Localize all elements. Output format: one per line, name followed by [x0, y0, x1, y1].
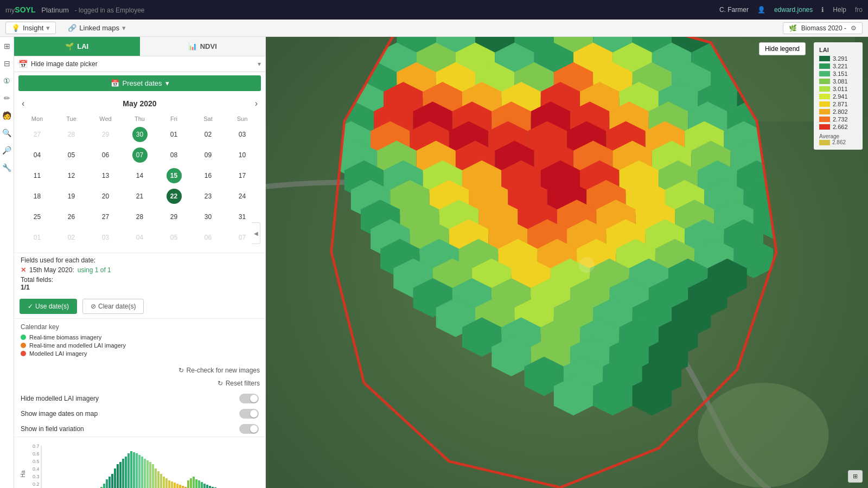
calendar-day[interactable]: 20: [98, 189, 113, 204]
toggle-switch-0[interactable]: [239, 394, 259, 403]
next-month-button[interactable]: ›: [253, 99, 260, 108]
calendar-day[interactable]: 06: [98, 147, 113, 163]
calendar-day[interactable]: 24: [235, 189, 250, 204]
calendar-weekday-header: Tue: [55, 114, 88, 124]
calendar-day[interactable]: 02: [201, 127, 216, 142]
help-label[interactable]: Help: [833, 6, 846, 14]
svg-rect-48: [119, 462, 122, 488]
calendar-day[interactable]: 17: [235, 168, 250, 183]
svg-rect-44: [108, 477, 111, 488]
calendar-day[interactable]: 02: [64, 230, 79, 245]
calendar-day[interactable]: 01: [167, 127, 182, 142]
svg-rect-65: [165, 478, 168, 488]
calendar-day[interactable]: 08: [167, 147, 182, 163]
insight-chevron-icon: ▾: [46, 24, 50, 32]
sidebar-search-icon[interactable]: 🔍: [2, 128, 12, 138]
calendar-day[interactable]: 28: [132, 209, 148, 224]
date-picker-chevron-icon[interactable]: ▾: [258, 60, 261, 68]
calendar-day[interactable]: 29: [167, 209, 182, 224]
calendar-key-item: Real-time and modelled LAI imagery: [21, 342, 259, 349]
fields-section: Fields used for each date: ✕ 15th May 20…: [14, 253, 265, 294]
calendar-day[interactable]: 30: [132, 127, 148, 142]
insight-icon: 💡: [11, 24, 20, 32]
map-background: [266, 37, 868, 488]
toggle-switch-2[interactable]: [239, 424, 259, 434]
sidebar-chart-icon[interactable]: ①: [2, 76, 12, 86]
sidebar-tools-icon[interactable]: 🔧: [2, 163, 12, 172]
calendar-day[interactable]: 19: [64, 189, 79, 204]
svg-rect-57: [144, 459, 146, 488]
calendar-day[interactable]: 27: [30, 127, 45, 142]
calendar-day[interactable]: 26: [64, 209, 79, 224]
calendar-day[interactable]: 07: [235, 230, 250, 245]
preset-dates-bar[interactable]: 📅 Preset dates ▾: [18, 75, 261, 91]
calendar-day[interactable]: 31: [235, 209, 250, 224]
clear-dates-button[interactable]: ⊘ Clear date(s): [82, 299, 144, 314]
calendar-day[interactable]: 05: [64, 147, 79, 163]
calendar-day[interactable]: 23: [201, 189, 216, 204]
map-expand-button[interactable]: ⊞: [848, 470, 863, 483]
calendar-day[interactable]: 07: [132, 147, 148, 163]
calendar-day[interactable]: 15: [167, 168, 182, 183]
user-icon: 👤: [757, 6, 765, 14]
remove-date-button[interactable]: ✕: [21, 266, 26, 274]
calendar-day[interactable]: 06: [201, 230, 216, 245]
clear-icon: ⊘: [91, 303, 96, 310]
calendar-day[interactable]: 04: [30, 147, 45, 163]
calendar-day[interactable]: 21: [132, 189, 148, 204]
field-date-text: 15th May 2020:: [29, 266, 74, 274]
toggle-switch-1[interactable]: [239, 409, 259, 419]
legend-item: 2.732: [819, 116, 857, 123]
sidebar-zoom-out-icon[interactable]: 🔎: [2, 145, 12, 155]
sidebar-pencil-icon[interactable]: ✏: [2, 93, 12, 103]
biomass-settings-icon[interactable]: ⚙: [851, 24, 857, 32]
legend-item: 3.291: [819, 55, 857, 62]
insight-button[interactable]: 💡 Insight ▾: [5, 22, 56, 34]
histogram-chart: Ha 0.7 0.6 0.5 0.4 0.3 0.2 0.1 0.0 2.0 2…: [21, 441, 259, 488]
calendar-day[interactable]: 28: [64, 127, 79, 142]
calendar-day[interactable]: 16: [201, 168, 216, 183]
calendar-day[interactable]: 01: [30, 230, 45, 245]
nav-left: mySOYL Platinum - logged in as Employee: [5, 5, 144, 14]
linked-maps-chevron-icon: ▾: [122, 24, 126, 32]
legend-average: Average 2.862: [819, 133, 857, 145]
calendar-day[interactable]: 30: [201, 209, 216, 224]
legend-title: LAI: [819, 47, 857, 53]
calendar-day[interactable]: 18: [30, 189, 45, 204]
linked-maps-button[interactable]: 🔗 Linked maps ▾: [62, 22, 131, 34]
svg-rect-42: [103, 484, 105, 488]
calendar-key-item: Modelled LAI imagery: [21, 350, 259, 357]
calendar-day[interactable]: 27: [98, 209, 113, 224]
sidebar-person-icon[interactable]: 🧑: [2, 111, 12, 120]
user-email[interactable]: edward.jones: [774, 6, 813, 14]
calendar-day[interactable]: 03: [98, 230, 113, 245]
tab-ndvi[interactable]: 📊 NDVI: [140, 37, 266, 56]
calendar-icon: 📅: [18, 60, 28, 68]
hide-legend-button[interactable]: Hide legend: [759, 42, 806, 55]
calendar-day[interactable]: 04: [132, 230, 148, 245]
tab-lai[interactable]: 🌱 LAI: [14, 37, 140, 56]
calendar-day[interactable]: 14: [132, 168, 148, 183]
chart-area: Ha 0.7 0.6 0.5 0.4 0.3 0.2 0.1 0.0 2.0 2…: [14, 436, 265, 488]
toggle-row-1: Show image dates on map: [14, 406, 265, 421]
total-fields-label: Total fields:: [21, 276, 259, 284]
calendar-day[interactable]: 29: [98, 127, 113, 142]
total-fields-value: 1/1: [21, 284, 259, 291]
recheck-button[interactable]: ↻ Re-check for new images: [20, 365, 260, 376]
calendar-day[interactable]: 09: [201, 147, 216, 163]
svg-point-100: [698, 383, 828, 487]
calendar-day[interactable]: 05: [167, 230, 182, 245]
calendar-day[interactable]: 03: [235, 127, 250, 142]
calendar-day[interactable]: 12: [64, 168, 79, 183]
sidebar-grid-icon[interactable]: ⊞: [2, 41, 12, 51]
calendar-day[interactable]: 11: [30, 168, 45, 183]
use-dates-button[interactable]: ✓ Use date(s): [20, 299, 77, 314]
calendar-day[interactable]: 13: [98, 168, 113, 183]
calendar-day[interactable]: 22: [167, 189, 182, 204]
sidebar-layers-icon[interactable]: ⊟: [2, 59, 12, 68]
prev-month-button[interactable]: ‹: [20, 99, 27, 108]
reset-filters-button[interactable]: ↻ Reset filters: [20, 378, 260, 389]
calendar-day[interactable]: 25: [30, 209, 45, 224]
collapse-panel-button[interactable]: ◀: [252, 222, 260, 244]
calendar-day[interactable]: 10: [235, 147, 250, 163]
